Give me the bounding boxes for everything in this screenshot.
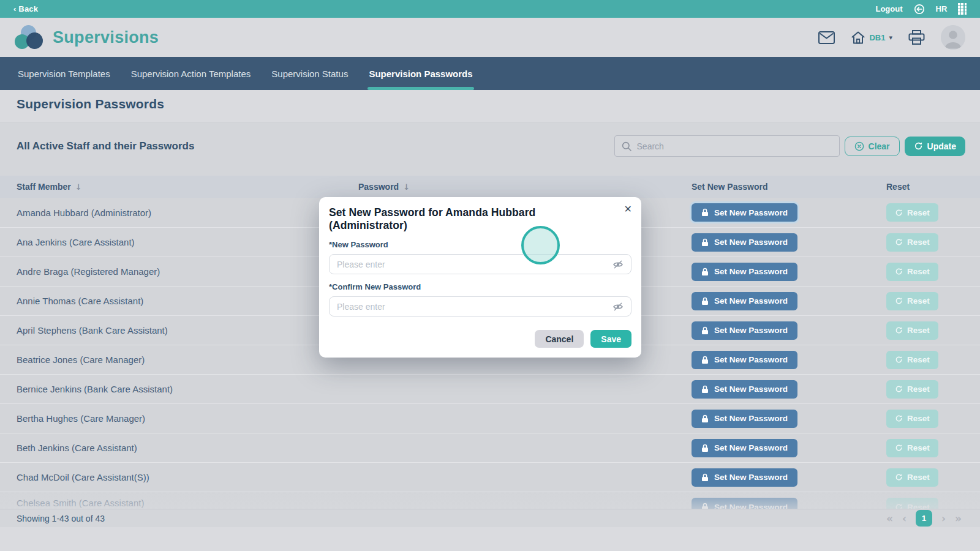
- title-bar: Supervision Passwords: [0, 90, 980, 118]
- new-password-field-wrap: [329, 254, 631, 274]
- table-row: Chad McDoil (Care Assistant(S)) Set New …: [0, 462, 980, 492]
- mail-icon[interactable]: [818, 31, 835, 44]
- tab-supervision-templates[interactable]: Supervision Templates: [17, 57, 111, 90]
- hr-menu-label[interactable]: HR: [936, 4, 948, 13]
- lock-icon: [701, 238, 709, 247]
- next-page-icon[interactable]: ›: [941, 512, 946, 525]
- staff-name: Beth Jenkins (Care Assistant): [0, 443, 342, 453]
- lock-icon: [701, 503, 709, 509]
- reset-button[interactable]: Reset: [886, 468, 938, 487]
- lock-icon: [701, 326, 709, 335]
- current-page-button[interactable]: 1: [916, 510, 932, 527]
- confirm-password-label: *Confirm New Password: [329, 282, 631, 291]
- staff-name: Ana Jenkins (Care Assistant): [0, 237, 342, 247]
- refresh-icon: [895, 326, 903, 334]
- reset-button[interactable]: Reset: [886, 351, 938, 369]
- table-row: Beth Jenkins (Care Assistant) Set New Pa…: [0, 433, 980, 462]
- new-password-input[interactable]: [337, 260, 608, 269]
- previous-page-icon[interactable]: ‹: [902, 512, 907, 525]
- new-password-label: *New Password: [329, 240, 631, 249]
- logout-link[interactable]: Logout: [875, 4, 902, 13]
- reset-button[interactable]: Reset: [886, 292, 938, 310]
- tab-supervision-action-templates[interactable]: Supervision Action Templates: [130, 57, 252, 90]
- eye-off-icon[interactable]: [612, 302, 624, 312]
- avatar[interactable]: [941, 25, 965, 50]
- section-toolbar: All Active Staff and their Passwords Cle…: [0, 122, 980, 157]
- confirm-password-field-wrap: [329, 296, 631, 317]
- app-title: Supervisions: [53, 28, 159, 47]
- reset-button[interactable]: Reset: [886, 380, 938, 399]
- set-new-password-button[interactable]: Set New Password: [692, 468, 797, 487]
- set-new-password-button[interactable]: Set New Password: [692, 233, 797, 252]
- staff-name: Annie Thomas (Care Assistant): [0, 296, 342, 306]
- column-header-password[interactable]: Password ↓: [342, 182, 675, 192]
- refresh-icon: [895, 444, 903, 452]
- reset-button[interactable]: Reset: [886, 410, 938, 428]
- reset-button[interactable]: Reset: [886, 263, 938, 281]
- set-new-password-button[interactable]: Set New Password: [692, 292, 797, 310]
- set-new-password-button[interactable]: Set New Password: [692, 380, 797, 399]
- print-icon[interactable]: [908, 30, 925, 45]
- app-header: Supervisions DB1 ▾: [0, 18, 980, 57]
- set-new-password-button[interactable]: Set New Password: [692, 498, 797, 509]
- last-page-icon[interactable]: »: [955, 512, 962, 525]
- staff-name: Chad McDoil (Care Assistant(S)): [0, 472, 342, 482]
- back-link[interactable]: ‹ Back: [13, 4, 38, 13]
- set-new-password-dialog: ✕ Set New Password for Amanda Hubbard (A…: [319, 197, 641, 358]
- section-title: All Active Staff and their Passwords: [17, 140, 194, 152]
- set-new-password-button[interactable]: Set New Password: [692, 203, 797, 222]
- lock-icon: [701, 297, 709, 305]
- exit-icon[interactable]: [914, 4, 925, 15]
- tab-supervision-status[interactable]: Supervision Status: [270, 57, 349, 90]
- set-new-password-button[interactable]: Set New Password: [692, 439, 797, 457]
- staff-name: Andre Braga (Registered Manager): [0, 266, 342, 277]
- reset-button[interactable]: Reset: [886, 233, 938, 252]
- home-icon: [851, 31, 865, 45]
- refresh-icon: [895, 356, 903, 364]
- first-page-icon[interactable]: «: [886, 512, 893, 525]
- showing-count: Showing 1-43 out of 43: [17, 514, 105, 523]
- set-new-password-button[interactable]: Set New Password: [692, 410, 797, 428]
- table-row: Bertha Hughes (Care Manager) Set New Pas…: [0, 403, 980, 433]
- set-new-password-button[interactable]: Set New Password: [692, 351, 797, 369]
- sort-descending-icon: ↓: [403, 182, 410, 192]
- reset-button[interactable]: Reset: [886, 321, 938, 340]
- lock-icon: [701, 356, 709, 364]
- staff-name: Bernice Jenkins (Bank Care Assistant): [0, 384, 342, 394]
- cancel-button[interactable]: Cancel: [535, 330, 584, 348]
- update-button[interactable]: Update: [905, 137, 965, 156]
- set-new-password-button[interactable]: Set New Password: [692, 321, 797, 340]
- sort-descending-icon: ↓: [75, 182, 82, 192]
- refresh-icon: [895, 414, 903, 422]
- clear-button[interactable]: Clear: [845, 137, 900, 156]
- lock-icon: [701, 473, 709, 482]
- column-header-set-new-password: Set New Password: [675, 182, 870, 192]
- app-logo: [15, 24, 45, 51]
- table-row: Chelsea Smith (Care Assistant) Set New P…: [0, 492, 980, 509]
- eye-off-icon[interactable]: [612, 260, 624, 269]
- confirm-password-input[interactable]: [337, 302, 608, 312]
- set-new-password-button[interactable]: Set New Password: [692, 263, 797, 281]
- tab-supervision-passwords[interactable]: Supervision Passwords: [368, 57, 473, 90]
- save-button[interactable]: Save: [590, 330, 631, 348]
- search-input[interactable]: [637, 141, 832, 151]
- apps-grid-icon[interactable]: [958, 3, 967, 15]
- refresh-icon: [895, 209, 903, 217]
- refresh-icon: [895, 297, 903, 305]
- reset-button[interactable]: Reset: [886, 498, 938, 509]
- column-header-staff-member[interactable]: Staff Member ↓: [0, 182, 342, 192]
- top-system-bar: ‹ Back Logout HR: [0, 0, 980, 18]
- database-selector[interactable]: DB1 ▾: [851, 31, 892, 45]
- clear-circle-x-icon: [854, 141, 864, 151]
- chevron-down-icon: ▾: [889, 34, 892, 42]
- lock-icon: [701, 414, 709, 423]
- dialog-title: Set New Password for Amanda Hubbard (Adm…: [329, 206, 631, 232]
- staff-name: April Stephens (Bank Care Assistant): [0, 325, 342, 335]
- database-label: DB1: [869, 33, 885, 42]
- refresh-icon: [895, 503, 903, 509]
- reset-button[interactable]: Reset: [886, 439, 938, 457]
- reset-button[interactable]: Reset: [886, 203, 938, 222]
- lock-icon: [701, 268, 709, 276]
- staff-name: Beatrice Jones (Care Manager): [0, 354, 342, 365]
- close-icon[interactable]: ✕: [624, 204, 632, 214]
